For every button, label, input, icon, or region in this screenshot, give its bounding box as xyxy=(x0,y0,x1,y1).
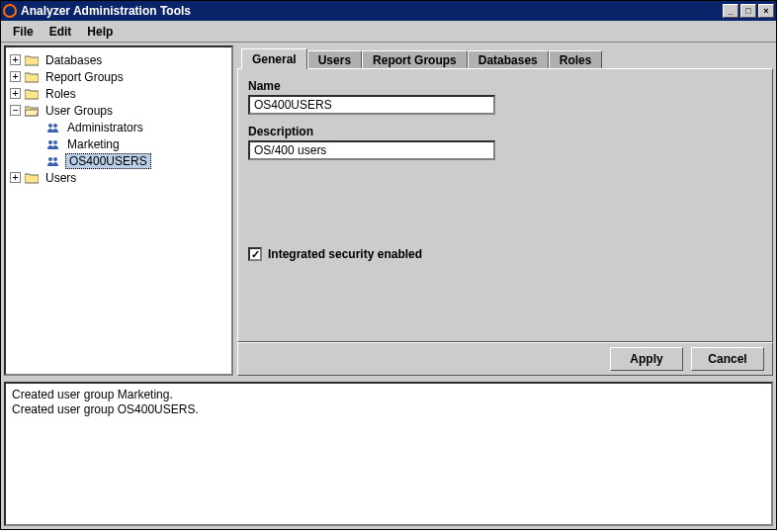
tree-node-roles[interactable]: + Roles xyxy=(10,85,227,102)
tree-view[interactable]: + Databases + Report Groups + Roles xyxy=(4,45,233,376)
name-label: Name xyxy=(248,79,762,93)
tree-label: Users xyxy=(43,171,78,185)
expander-icon[interactable]: + xyxy=(10,172,21,183)
svg-point-6 xyxy=(53,157,57,161)
svg-point-3 xyxy=(48,140,52,144)
tree-root: + Databases + Report Groups + Roles xyxy=(10,51,227,186)
svg-point-2 xyxy=(53,124,57,128)
cancel-button[interactable]: Cancel xyxy=(691,347,764,371)
tree-node-marketing[interactable]: Marketing xyxy=(10,135,227,152)
svg-point-0 xyxy=(4,5,16,17)
tree-label: Roles xyxy=(43,87,78,101)
window-controls: _ □ × xyxy=(723,4,774,18)
tree-node-users[interactable]: + Users xyxy=(10,169,227,186)
tab-strip: General Users Report Groups Databases Ro… xyxy=(237,45,773,69)
folder-open-icon xyxy=(24,104,40,118)
tab-general[interactable]: General xyxy=(241,48,307,69)
tree-node-report-groups[interactable]: + Report Groups xyxy=(10,68,227,85)
upper-pane: + Databases + Report Groups + Roles xyxy=(1,43,776,379)
expander-icon[interactable]: − xyxy=(10,105,21,116)
tree-label: Marketing xyxy=(65,137,122,151)
name-field[interactable] xyxy=(248,95,495,115)
tree-node-os400users[interactable]: OS400USERS xyxy=(10,152,227,169)
integrated-security-label: Integrated security enabled xyxy=(268,247,422,261)
tab-roles[interactable]: Roles xyxy=(549,50,603,69)
window-title: Analyzer Administration Tools xyxy=(21,4,723,18)
tree-node-databases[interactable]: + Databases xyxy=(10,51,227,68)
log-line: Created user group Marketing. xyxy=(12,388,765,402)
menu-help[interactable]: Help xyxy=(81,23,119,41)
users-icon xyxy=(45,121,61,134)
minimize-button[interactable]: _ xyxy=(723,4,738,18)
tree-node-user-groups[interactable]: − User Groups xyxy=(10,102,227,119)
menu-edit[interactable]: Edit xyxy=(43,23,78,41)
tab-report-groups[interactable]: Report Groups xyxy=(362,50,468,69)
checkbox-icon[interactable]: ✓ xyxy=(248,247,262,261)
maximize-button[interactable]: □ xyxy=(740,4,756,18)
detail-pane: General Users Report Groups Databases Ro… xyxy=(237,45,773,376)
tree-label: Administrators xyxy=(65,121,145,134)
folder-icon xyxy=(24,171,40,185)
tree-label-selected: OS400USERS xyxy=(65,153,151,169)
application-window: Analyzer Administration Tools _ □ × File… xyxy=(0,0,777,530)
menu-file[interactable]: File xyxy=(7,23,40,41)
users-icon xyxy=(45,137,61,151)
close-button[interactable]: × xyxy=(758,4,774,18)
folder-icon xyxy=(24,87,40,101)
tab-databases[interactable]: Databases xyxy=(468,50,549,69)
button-bar: Apply Cancel xyxy=(237,342,773,376)
menu-bar: File Edit Help xyxy=(1,21,776,43)
expander-icon[interactable]: + xyxy=(10,71,21,82)
svg-point-5 xyxy=(48,157,52,161)
log-line: Created user group OS400USERS. xyxy=(12,402,765,417)
folder-icon xyxy=(24,70,40,84)
svg-point-4 xyxy=(53,140,57,144)
description-field[interactable] xyxy=(248,140,495,160)
tree-label: Report Groups xyxy=(43,70,126,84)
tree-node-administrators[interactable]: Administrators xyxy=(10,119,227,135)
title-bar: Analyzer Administration Tools _ □ × xyxy=(1,1,776,21)
tab-panel-general: Name Description ✓ Integrated security e… xyxy=(237,68,773,342)
tree-label: User Groups xyxy=(43,104,115,118)
users-icon xyxy=(45,154,61,168)
body-pane: + Databases + Report Groups + Roles xyxy=(1,43,776,529)
tab-users[interactable]: Users xyxy=(307,50,362,69)
log-panel[interactable]: Created user group Marketing. Created us… xyxy=(4,382,773,526)
folder-icon xyxy=(24,53,40,67)
app-icon xyxy=(3,4,17,18)
expander-icon[interactable]: + xyxy=(10,88,21,99)
apply-button[interactable]: Apply xyxy=(610,347,683,371)
svg-point-1 xyxy=(48,124,52,128)
expander-icon[interactable]: + xyxy=(10,54,21,65)
integrated-security-row[interactable]: ✓ Integrated security enabled xyxy=(248,247,762,261)
tree-label: Databases xyxy=(43,53,104,67)
description-label: Description xyxy=(248,125,762,138)
